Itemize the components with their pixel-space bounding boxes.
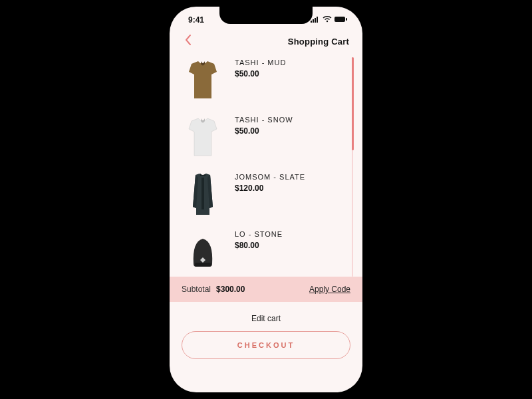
product-thumbnail	[182, 113, 224, 162]
product-name: TASHI - MUD	[235, 59, 286, 66]
product-info: JOMSOM - SLATE $120.00	[235, 170, 305, 193]
product-name: LO - STONE	[235, 230, 283, 238]
product-info: LO - STONE $80.00	[235, 227, 283, 250]
header: Shopping Cart	[170, 27, 362, 53]
product-price: $50.00	[235, 69, 286, 78]
cart-list[interactable]: TASHI - MUD $50.00 TASHI - SNOW $50.00	[170, 53, 362, 277]
status-indicators	[311, 15, 348, 25]
cart-item[interactable]: TASHI - SNOW $50.00	[182, 113, 348, 162]
page-title: Shopping Cart	[288, 37, 349, 47]
subtotal: Subtotal $300.00	[182, 285, 245, 294]
scrollbar-thumb[interactable]	[352, 57, 354, 150]
status-time: 9:41	[188, 15, 204, 25]
phone-notch	[219, 7, 313, 24]
product-info: TASHI - SNOW $50.00	[235, 113, 293, 136]
subtotal-bar: Subtotal $300.00 Apply Code	[170, 277, 362, 302]
back-button[interactable]	[179, 32, 198, 51]
wifi-icon	[323, 15, 332, 25]
battery-icon	[334, 15, 348, 25]
svg-rect-1	[313, 19, 314, 23]
subtotal-label: Subtotal	[182, 285, 211, 294]
product-thumbnail	[182, 170, 224, 219]
product-price: $50.00	[235, 126, 293, 136]
svg-rect-7	[201, 178, 204, 209]
product-price: $120.00	[235, 184, 305, 193]
subtotal-amount: $300.00	[216, 285, 245, 294]
apply-code-link[interactable]: Apply Code	[309, 285, 350, 294]
mouse-cursor-icon	[361, 347, 362, 363]
cart-item[interactable]: LO - STONE $80.00	[182, 227, 348, 277]
svg-rect-0	[311, 21, 312, 23]
checkout-button[interactable]: CHECKOUT	[182, 331, 350, 359]
svg-rect-2	[315, 18, 316, 23]
cart-item[interactable]: TASHI - MUD $50.00	[182, 56, 348, 105]
phone-frame: 9:41 Shopping Cart	[170, 7, 362, 392]
svg-rect-5	[334, 17, 345, 22]
scrollbar[interactable]	[352, 57, 353, 277]
product-price: $80.00	[235, 241, 283, 250]
svg-rect-3	[317, 17, 318, 23]
svg-rect-6	[346, 18, 347, 21]
product-name: JOMSOM - SLATE	[235, 173, 305, 181]
chevron-left-icon	[184, 34, 193, 49]
product-thumbnail	[182, 227, 224, 277]
product-thumbnail	[182, 56, 224, 105]
product-name: TASHI - SNOW	[235, 116, 293, 124]
cart-item[interactable]: JOMSOM - SLATE $120.00	[182, 170, 348, 219]
svg-rect-8	[195, 263, 211, 267]
edit-cart-link[interactable]: Edit cart	[170, 302, 362, 331]
product-info: TASHI - MUD $50.00	[235, 56, 286, 78]
svg-point-4	[327, 21, 328, 22]
